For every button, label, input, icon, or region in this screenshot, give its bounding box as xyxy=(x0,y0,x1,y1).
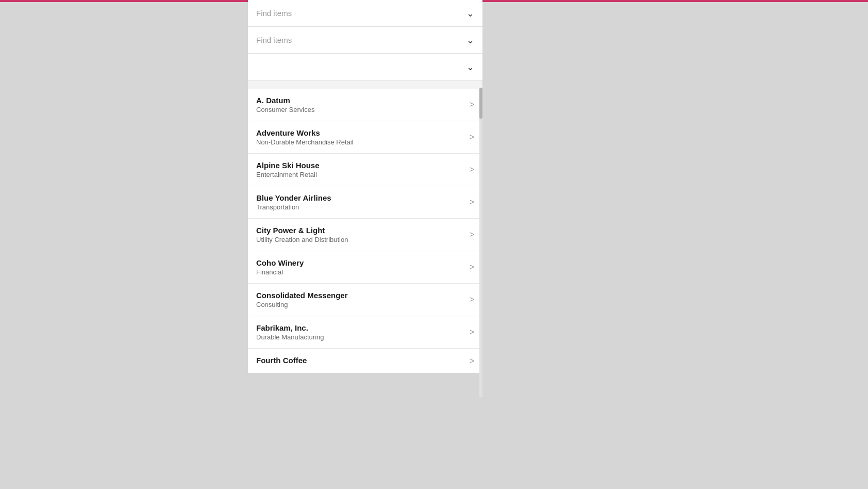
list-item-subtitle: Consumer Services xyxy=(256,106,465,113)
list-item[interactable]: Adventure Works Non-Durable Merchandise … xyxy=(248,121,482,154)
list-item[interactable]: Fabrikam, Inc. Durable Manufacturing > xyxy=(248,316,482,349)
list-item-content: Blue Yonder Airlines Transportation xyxy=(256,193,465,211)
list-item-subtitle: Durable Manufacturing xyxy=(256,333,465,341)
list-item-chevron: > xyxy=(470,230,474,239)
list-item-chevron: > xyxy=(470,328,474,337)
list-item-title: City Power & Light xyxy=(256,226,465,235)
list-item-content: Alpine Ski House Entertainment Retail xyxy=(256,161,465,178)
list-item[interactable]: City Power & Light Utility Creation and … xyxy=(248,219,482,251)
list-item-content: Adventure Works Non-Durable Merchandise … xyxy=(256,128,465,146)
list-item-title: Alpine Ski House xyxy=(256,161,465,170)
list-item-subtitle: Entertainment Retail xyxy=(256,171,465,178)
filter-bar-2-label: Find items xyxy=(256,36,292,44)
spacer xyxy=(248,80,482,85)
list-item-chevron: > xyxy=(470,198,474,207)
list-item-title: Adventure Works xyxy=(256,128,465,137)
list-item-subtitle: Non-Durable Merchandise Retail xyxy=(256,138,465,146)
list-item-subtitle: Transportation xyxy=(256,203,465,211)
list-item[interactable]: Coho Winery Financial > xyxy=(248,251,482,284)
list-item-chevron: > xyxy=(470,263,474,272)
list-item[interactable]: Blue Yonder Airlines Transportation > xyxy=(248,186,482,219)
list-item-title: Blue Yonder Airlines xyxy=(256,193,465,202)
filter-bar-1-label: Find items xyxy=(256,9,292,18)
list-item-content: Fabrikam, Inc. Durable Manufacturing xyxy=(256,323,465,341)
list-item-title: A. Datum xyxy=(256,96,465,105)
list-item-subtitle: Utility Creation and Distribution xyxy=(256,236,465,243)
list-item-content: A. Datum Consumer Services xyxy=(256,96,465,113)
list-item-title: Fourth Coffee xyxy=(256,356,465,365)
list-item-content: Fourth Coffee xyxy=(256,356,465,366)
list-item-title: Consolidated Messenger xyxy=(256,291,465,300)
list-item-chevron: > xyxy=(470,100,474,109)
scrollbar-thumb[interactable] xyxy=(479,88,482,119)
list-item-chevron: > xyxy=(470,165,474,174)
list-item[interactable]: Consolidated Messenger Consulting > xyxy=(248,284,482,316)
list-item-content: Coho Winery Financial xyxy=(256,258,465,276)
filter-bar-3[interactable]: ⌄ xyxy=(248,54,482,80)
filter-bar-2-chevron: ⌄ xyxy=(466,35,474,46)
filter-bar-1[interactable]: Find items ⌄ xyxy=(248,0,482,27)
filter-bar-2[interactable]: Find items ⌄ xyxy=(248,27,482,54)
list-item[interactable]: A. Datum Consumer Services > xyxy=(248,89,482,121)
filter-bar-1-chevron: ⌄ xyxy=(466,8,474,19)
list-item-subtitle: Consulting xyxy=(256,301,465,308)
list-item-content: Consolidated Messenger Consulting xyxy=(256,291,465,308)
list-item[interactable]: Alpine Ski House Entertainment Retail > xyxy=(248,154,482,186)
filter-bar-3-chevron: ⌄ xyxy=(466,61,474,73)
list-item-title: Fabrikam, Inc. xyxy=(256,323,465,332)
list-item-chevron: > xyxy=(470,295,474,304)
list-item-subtitle: Financial xyxy=(256,268,465,276)
accounts-list: A. Datum Consumer Services > Adventure W… xyxy=(248,89,482,373)
main-panel: Find items ⌄ Find items ⌄ ⌄ A. Datum Con… xyxy=(248,0,482,373)
list-item-content: City Power & Light Utility Creation and … xyxy=(256,226,465,243)
list-item[interactable]: Fourth Coffee > xyxy=(248,349,482,373)
scrollbar-track[interactable] xyxy=(479,88,482,397)
list-item-chevron: > xyxy=(470,133,474,142)
list-item-chevron: > xyxy=(470,356,474,366)
list-item-title: Coho Winery xyxy=(256,258,465,267)
